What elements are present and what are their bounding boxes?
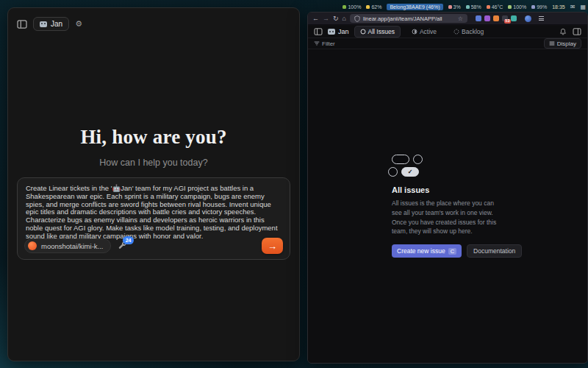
- documentation-button[interactable]: Documentation: [467, 244, 522, 258]
- empty-state-actions: Create new issue C Documentation: [392, 244, 503, 258]
- display-options-icon: [549, 40, 555, 46]
- composer-toolbar: moonshotai/kimi-k... 24 →: [24, 238, 283, 254]
- extension-icon-orange[interactable]: [493, 15, 499, 21]
- send-button[interactable]: →: [262, 238, 283, 254]
- tools-button[interactable]: 24: [118, 241, 127, 250]
- home-icon[interactable]: ⌂: [343, 15, 346, 22]
- issue-status-icons: ✓: [392, 155, 503, 177]
- shortcut-key-badge: C: [448, 248, 456, 255]
- url-text: linear.app/janii/team/JANAPP/all: [363, 15, 442, 22]
- robot-emoji-icon: [40, 21, 47, 27]
- temperature-icon: [487, 5, 490, 9]
- jan-app-window: Jan ⚙ Hi, how are you? How can I help yo…: [7, 7, 300, 361]
- system-status-bar: 100% 62% Belong38AAE9 (46%) 3% 58% 46°C …: [309, 2, 586, 12]
- browser-window: ← → ↻ ⌂ linear.app/janii/team/JANAPP/all…: [307, 12, 588, 364]
- send-arrow-icon: →: [268, 241, 277, 252]
- empty-state: ✓ All issues All issues is the place whe…: [392, 155, 503, 258]
- apps-grid-icon[interactable]: ▦: [580, 4, 586, 10]
- robot-emoji-icon: [328, 29, 335, 35]
- disk-icon: [508, 5, 512, 9]
- back-icon[interactable]: ←: [312, 15, 319, 22]
- status-network[interactable]: Belong38AAE9 (46%): [387, 4, 442, 10]
- oval-outline-icon: [392, 155, 409, 164]
- create-new-issue-button[interactable]: Create new issue C: [392, 244, 462, 258]
- filter-button[interactable]: Filter: [314, 40, 335, 47]
- greeting-block: Hi, how are you? How can I help you toda…: [8, 126, 299, 168]
- linear-app: Jan All Issues Active Backlog: [308, 26, 587, 363]
- extension-icon-teal[interactable]: [511, 15, 517, 21]
- status-clock: 18:35: [552, 4, 565, 10]
- tab-active[interactable]: Active: [406, 26, 442, 38]
- notifications-bell-icon[interactable]: [559, 28, 567, 35]
- in-progress-icon: [412, 29, 417, 35]
- tab-backlog[interactable]: Backlog: [448, 26, 490, 38]
- status-disk: 100%: [508, 4, 526, 10]
- desktop-background: Jan ⚙ Hi, how are you? How can I help yo…: [0, 0, 588, 368]
- browser-toolbar: ← → ↻ ⌂ linear.app/janii/team/JANAPP/all…: [308, 13, 587, 25]
- linear-header-right: [559, 28, 581, 35]
- extension-icon-purple[interactable]: [484, 15, 490, 21]
- chat-composer[interactable]: Create Linear tickets in the '🤖Jan' team…: [17, 177, 290, 260]
- memory-icon: [466, 5, 470, 9]
- battery-icon: [343, 5, 346, 9]
- status-temperature: 46°C: [487, 4, 503, 10]
- workspace-label: Jan: [51, 20, 62, 28]
- shield-icon: [354, 15, 360, 22]
- display-button[interactable]: Display: [544, 38, 581, 49]
- linear-filter-bar: Filter Display: [308, 38, 587, 49]
- url-bar[interactable]: linear.app/janii/team/JANAPP/all ☆: [350, 14, 467, 23]
- forward-icon[interactable]: →: [323, 15, 329, 22]
- status-battery-2: 99%: [531, 4, 547, 10]
- reload-icon[interactable]: ↻: [333, 15, 339, 22]
- status-cpu: 3%: [448, 4, 461, 10]
- sidebar-toggle-icon[interactable]: [17, 20, 27, 29]
- done-check-icon: ✓: [401, 167, 419, 177]
- linear-sidebar-toggle-icon[interactable]: [314, 28, 323, 35]
- battery2-icon: [531, 5, 535, 9]
- settings-gear-icon[interactable]: ⚙: [75, 19, 82, 29]
- model-selector[interactable]: moonshotai/kimi-k...: [24, 238, 111, 253]
- extension-icon-adblock[interactable]: 53: [502, 15, 508, 21]
- circle-outline-icon: [388, 167, 398, 177]
- composer-input[interactable]: Create Linear tickets in the '🤖Jan' team…: [18, 178, 290, 241]
- tools-count-badge: 24: [123, 236, 135, 244]
- tab-all-issues[interactable]: All Issues: [354, 26, 401, 38]
- empty-state-title: All issues: [392, 185, 503, 194]
- backlog-icon: [453, 29, 459, 35]
- linear-header: Jan All Issues Active Backlog: [308, 26, 587, 38]
- linear-workspace-switcher[interactable]: Jan: [328, 28, 349, 35]
- charge-icon: [366, 5, 370, 9]
- mail-tray-icon[interactable]: ✉: [570, 4, 576, 10]
- issues-icon: [360, 29, 366, 35]
- greeting-subtitle: How can I help you today?: [8, 158, 299, 168]
- cpu-icon: [448, 5, 452, 9]
- model-name: moonshotai/kimi-k...: [41, 242, 103, 250]
- circle-outline-icon: [413, 155, 423, 164]
- jan-titlebar: Jan ⚙: [8, 8, 299, 31]
- greeting-title: Hi, how are you?: [8, 126, 299, 149]
- bookmark-star-icon[interactable]: ☆: [458, 15, 463, 22]
- adblock-count-badge: 53: [504, 19, 511, 24]
- linear-main: ✓ All issues All issues is the place whe…: [308, 49, 587, 363]
- empty-state-description: All issues is the place where you can se…: [392, 199, 503, 236]
- status-charge: 62%: [366, 4, 381, 10]
- extension-row: 53: [476, 15, 517, 21]
- extension-icon-blue[interactable]: [476, 15, 481, 21]
- profile-avatar[interactable]: [525, 15, 531, 22]
- filter-icon: [314, 40, 320, 46]
- status-battery: 100%: [343, 4, 361, 10]
- linear-workspace-label: Jan: [338, 28, 349, 35]
- workspace-selector[interactable]: Jan: [33, 17, 69, 31]
- model-provider-icon: [28, 241, 37, 250]
- browser-menu-icon[interactable]: [539, 16, 544, 21]
- status-memory: 58%: [466, 4, 481, 10]
- right-panel-toggle-icon[interactable]: [573, 28, 581, 35]
